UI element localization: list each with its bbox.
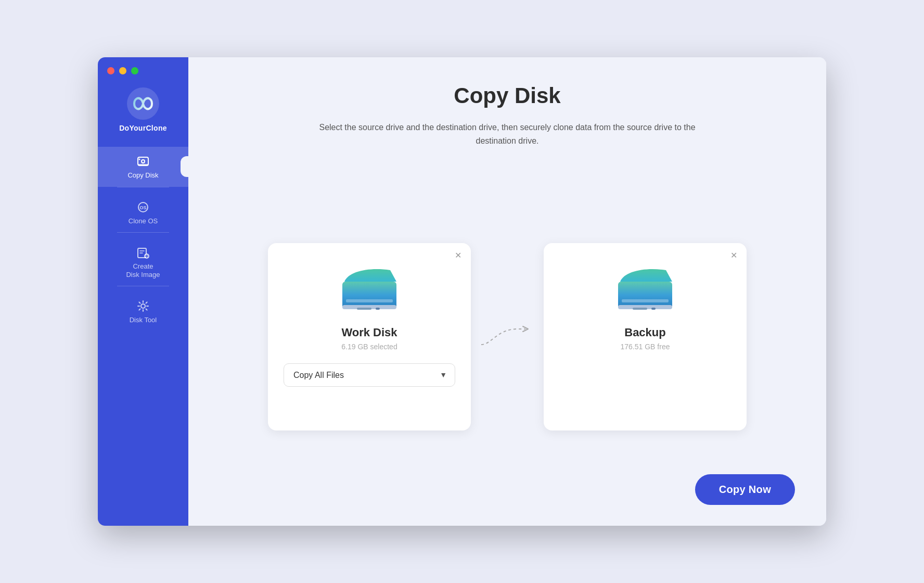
app-window: DoYourClone Copy Disk OS Clone OS <box>98 57 826 526</box>
sidebar-item-copy-disk[interactable]: Copy Disk <box>98 147 188 187</box>
svg-rect-20 <box>622 299 669 302</box>
source-disk-svg <box>338 266 401 315</box>
sidebar-disk-tool-label: Disk Tool <box>130 316 157 324</box>
dest-disk-card: ✕ <box>544 243 747 430</box>
app-logo <box>127 87 159 120</box>
svg-rect-16 <box>618 282 672 309</box>
svg-rect-11 <box>342 282 396 309</box>
titlebar <box>98 57 188 84</box>
clone-os-icon: OS <box>136 200 150 214</box>
divider-2 <box>117 232 169 233</box>
dest-disk-info: 176.51 GB free <box>621 343 670 351</box>
dest-card-close[interactable]: ✕ <box>730 251 737 260</box>
page-subtitle: Select the source drive and the destinat… <box>304 121 710 147</box>
cards-container: ✕ <box>220 168 795 505</box>
dest-disk-icon-wrapper <box>614 266 676 318</box>
source-disk-icon-wrapper <box>338 266 401 318</box>
dest-disk-svg <box>614 266 676 315</box>
close-button[interactable] <box>107 67 114 74</box>
arrow-svg <box>476 321 538 352</box>
minimize-button[interactable] <box>119 67 126 74</box>
sidebar-create-disk-image-label: Create Disk Image <box>126 262 160 278</box>
sidebar-item-clone-os[interactable]: OS Clone OS <box>98 193 188 233</box>
sidebar: DoYourClone Copy Disk OS Clone OS <box>98 57 188 526</box>
arrow-connector <box>471 321 544 352</box>
dest-disk-name: Backup <box>624 326 665 339</box>
maximize-button[interactable] <box>131 67 138 74</box>
copy-disk-icon <box>136 154 150 169</box>
divider-1 <box>117 187 169 187</box>
sidebar-item-disk-tool[interactable]: Disk Tool <box>98 292 188 332</box>
copy-now-button[interactable]: Copy Now <box>695 474 795 505</box>
svg-rect-19 <box>651 308 656 310</box>
page-title: Copy Disk <box>220 83 795 108</box>
sidebar-clone-os-label: Clone OS <box>129 217 158 225</box>
source-card-close[interactable]: ✕ <box>455 251 461 260</box>
svg-point-9 <box>141 304 145 308</box>
main-content: Copy Disk Select the source drive and th… <box>188 57 826 526</box>
sidebar-copy-disk-label: Copy Disk <box>127 171 158 180</box>
svg-rect-18 <box>633 308 647 310</box>
sidebar-item-create-disk-image[interactable]: Create Disk Image <box>98 238 188 286</box>
create-disk-image-icon <box>136 245 150 260</box>
disk-tool-icon <box>136 299 150 313</box>
source-disk-name: Work Disk <box>341 326 397 339</box>
svg-rect-14 <box>376 308 380 310</box>
divider-3 <box>117 286 169 286</box>
copy-mode-select[interactable]: Copy All Files Clone Disk <box>284 363 455 387</box>
svg-point-2 <box>142 160 145 163</box>
svg-point-4 <box>139 159 140 160</box>
source-disk-card: ✕ <box>268 243 471 430</box>
copy-mode-wrapper: Copy All Files Clone Disk ▼ <box>284 363 455 387</box>
svg-rect-15 <box>346 299 393 302</box>
source-disk-info: 6.19 GB selected <box>341 343 397 351</box>
svg-rect-13 <box>357 308 371 310</box>
app-name-label: DoYourClone <box>119 124 167 132</box>
svg-text:OS: OS <box>139 205 146 210</box>
